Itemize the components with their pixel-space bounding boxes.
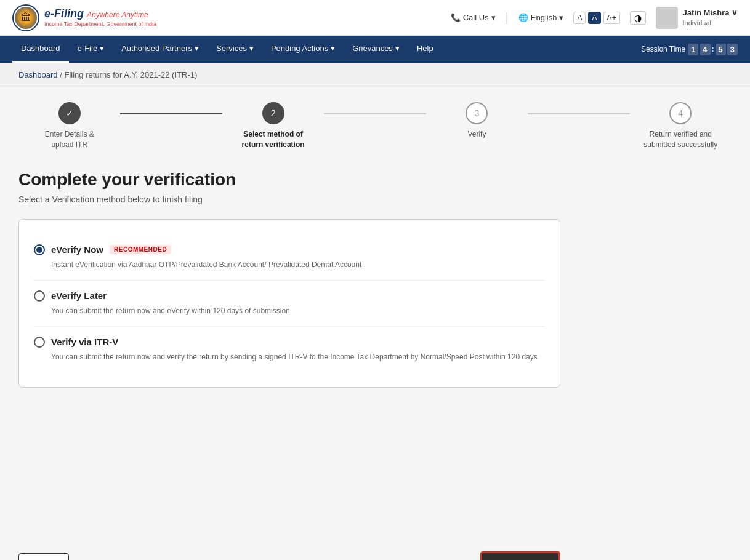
phone-icon: 📞 (451, 13, 461, 22)
logo-text: e-Filing Anywhere Anytime Income Tax Dep… (44, 7, 156, 27)
step-4-circle: 4 (669, 102, 692, 124)
logo-emblem: 🏛 (12, 4, 39, 31)
step-1-circle: ✓ (58, 102, 81, 124)
user-info: Jatin Mishra ∨ Individual (683, 8, 738, 27)
step-4-label: Return verified andsubmitted successfull… (643, 129, 717, 150)
logo-area: 🏛 e-Filing Anywhere Anytime Income Tax D… (12, 4, 156, 31)
nav-efile[interactable]: e-File ▾ (69, 36, 113, 63)
breadcrumb: Dashboard / Filing returns for A.Y. 2021… (0, 63, 750, 87)
option-everify-now-description: Instant eVerification via Aadhaar OTP/Pr… (51, 259, 545, 270)
step-3-circle: 3 (466, 102, 488, 124)
radio-inner-everify-now (36, 247, 42, 253)
step-1: ✓ Enter Details &upload ITR (18, 102, 120, 150)
top-header: 🏛 e-Filing Anywhere Anytime Income Tax D… (0, 0, 750, 36)
step-3: 3 Verify (426, 102, 528, 140)
options-card: eVerify Now RECOMMENDED Instant eVerific… (18, 219, 560, 388)
step-2-circle: 2 (262, 102, 284, 124)
nav-services[interactable]: Services ▾ (208, 36, 262, 63)
globe-icon: 🌐 (518, 13, 528, 22)
user-type: Individual (683, 18, 738, 27)
option-everify-later-title: eVerify Later (51, 290, 107, 301)
user-avatar (656, 7, 678, 29)
nav-help[interactable]: Help (408, 36, 442, 63)
nav-pending-actions[interactable]: Pending Actions ▾ (262, 36, 344, 63)
nav-help-label: Help (417, 44, 433, 53)
call-us[interactable]: 📞 Call Us ▾ (451, 13, 496, 22)
session-digit-1: 1 (688, 44, 698, 55)
session-digit-4: 3 (727, 44, 738, 55)
font-controls: A A A+ (573, 12, 619, 24)
logo-efiling: e-Filing Anywhere Anytime (44, 7, 156, 21)
breadcrumb-root[interactable]: Dashboard (18, 70, 58, 79)
option-everify-now-title: eVerify Now (51, 244, 103, 255)
grievances-dropdown-icon: ▾ (395, 44, 400, 53)
back-button[interactable]: < Back (18, 553, 69, 561)
header-right: 📞 Call Us ▾ | 🌐 English ▾ A A A+ ◑ Jatin… (451, 7, 738, 29)
efile-dropdown-icon: ▾ (100, 44, 104, 53)
lang-dropdown-icon: ▾ (559, 13, 563, 22)
option-everify-later-description: You can submit the return now and eVerif… (51, 305, 545, 316)
option-verify-itrv-description: You can submit the return now and verify… (51, 351, 545, 362)
nav-grievances-label: Grievances (352, 44, 393, 53)
separator: | (506, 10, 509, 25)
main-nav: Dashboard e-File ▾ Authorised Partners ▾… (0, 36, 750, 63)
page-subtitle: Select a Verification method below to fi… (18, 194, 732, 204)
emblem-icon: 🏛 (15, 7, 37, 29)
session-digits: 1 4 : 5 3 (688, 44, 738, 55)
step-connector-3-4 (528, 113, 629, 114)
step-connector-2-3 (324, 113, 425, 114)
step-connector-1-2 (120, 113, 222, 114)
step-4: 4 Return verified andsubmitted successfu… (630, 102, 732, 150)
step-1-label: Enter Details &upload ITR (45, 129, 94, 150)
contrast-button[interactable]: ◑ (630, 11, 646, 25)
breadcrumb-current: Filing returns for A.Y. 2021-22 (ITR-1) (64, 70, 197, 79)
main-content: ✓ Enter Details &upload ITR 2 Select met… (0, 87, 750, 537)
recommended-badge: RECOMMENDED (110, 245, 171, 254)
radio-everify-now[interactable] (34, 244, 45, 255)
call-dropdown-icon: ▾ (491, 13, 496, 22)
option-everify-now-header: eVerify Now RECOMMENDED (34, 244, 545, 255)
option-verify-itrv[interactable]: Verify via ITR-V You can submit the retu… (34, 327, 545, 372)
step-2: 2 Select method ofreturn verification (222, 102, 324, 150)
radio-everify-later[interactable] (34, 290, 45, 302)
nav-efile-label: e-File (78, 44, 98, 53)
step-2-label: Select method ofreturn verification (242, 129, 305, 150)
option-everify-later-header: eVerify Later (34, 290, 545, 302)
pending-actions-dropdown-icon: ▾ (331, 44, 335, 53)
option-everify-later[interactable]: eVerify Later You can submit the return … (34, 281, 545, 327)
option-verify-itrv-header: Verify via ITR-V (34, 337, 545, 348)
user-name-text: Jatin Mishra (683, 8, 730, 17)
session-time: Session Time 1 4 : 5 3 (641, 44, 738, 55)
stepper: ✓ Enter Details &upload ITR 2 Select met… (18, 102, 732, 150)
session-digit-3: 5 (716, 44, 726, 55)
session-time-label: Session Time (641, 45, 685, 54)
session-digit-2: 4 (700, 44, 710, 55)
nav-services-label: Services (216, 44, 247, 53)
font-small-button[interactable]: A (573, 12, 586, 24)
call-us-label: Call Us (463, 13, 489, 22)
session-colon: : (712, 45, 714, 54)
nav-authorised-partners[interactable]: Authorised Partners ▾ (113, 36, 208, 63)
font-medium-button[interactable]: A (588, 12, 600, 24)
footer-actions: < Back Continue > (0, 537, 579, 560)
font-large-button[interactable]: A+ (603, 12, 620, 24)
nav-grievances[interactable]: Grievances ▾ (344, 36, 408, 63)
nav-pending-actions-label: Pending Actions (271, 44, 328, 53)
user-area[interactable]: Jatin Mishra ∨ Individual (656, 7, 738, 29)
nav-authorised-partners-label: Authorised Partners (121, 44, 192, 53)
services-dropdown-icon: ▾ (249, 44, 254, 53)
authorised-partners-dropdown-icon: ▾ (195, 44, 199, 53)
user-dropdown-icon: ∨ (732, 8, 738, 17)
nav-dashboard-label: Dashboard (21, 44, 60, 53)
step-3-label: Verify (467, 129, 486, 140)
radio-verify-itrv[interactable] (34, 337, 45, 348)
language-selector[interactable]: 🌐 English ▾ (518, 13, 564, 22)
option-everify-now[interactable]: eVerify Now RECOMMENDED Instant eVerific… (34, 234, 545, 281)
page-title: Complete your verification (18, 170, 732, 190)
language-label: English (531, 13, 557, 22)
logo-subtitle: Income Tax Department, Government of Ind… (44, 21, 156, 28)
user-name: Jatin Mishra ∨ (683, 8, 738, 18)
nav-dashboard[interactable]: Dashboard (12, 36, 69, 63)
option-verify-itrv-title: Verify via ITR-V (51, 337, 118, 347)
continue-button[interactable]: Continue > (480, 551, 560, 560)
